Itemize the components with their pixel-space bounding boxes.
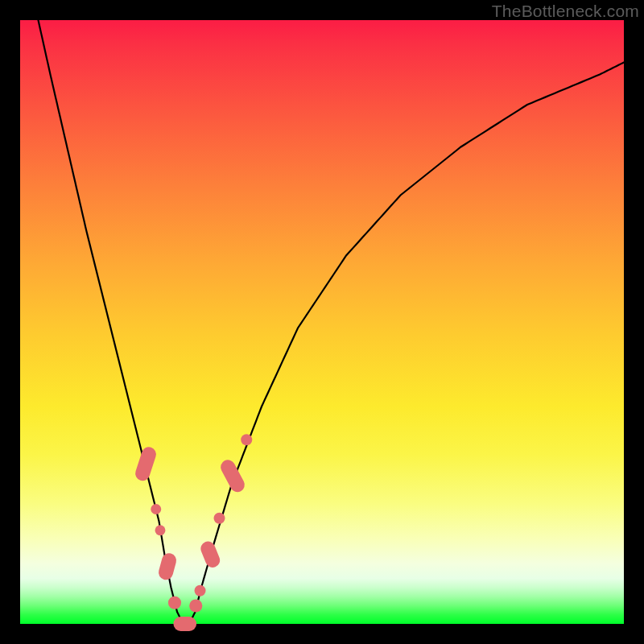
- curve-marker-pill: [157, 551, 178, 581]
- chart-frame: TheBottleneck.com: [0, 0, 644, 644]
- marker-layer: [134, 434, 252, 631]
- curve-marker-pill: [218, 457, 247, 494]
- curve-marker-dot: [168, 597, 181, 609]
- watermark-text: TheBottleneck.com: [492, 2, 639, 21]
- curve-marker-pill: [134, 445, 158, 482]
- curve-marker-pill: [199, 539, 222, 570]
- curve-marker-dot: [241, 434, 252, 445]
- curve-marker-pill: [173, 617, 196, 631]
- chart-svg: [20, 20, 624, 624]
- bottleneck-curve: [39, 20, 625, 624]
- curve-marker-dot: [151, 504, 161, 514]
- curve-marker-dot: [214, 513, 225, 524]
- curve-marker-dot: [195, 585, 206, 597]
- curve-marker-dot: [189, 599, 202, 612]
- curve-marker-dot: [155, 525, 166, 535]
- chart-plot-area: [20, 20, 624, 624]
